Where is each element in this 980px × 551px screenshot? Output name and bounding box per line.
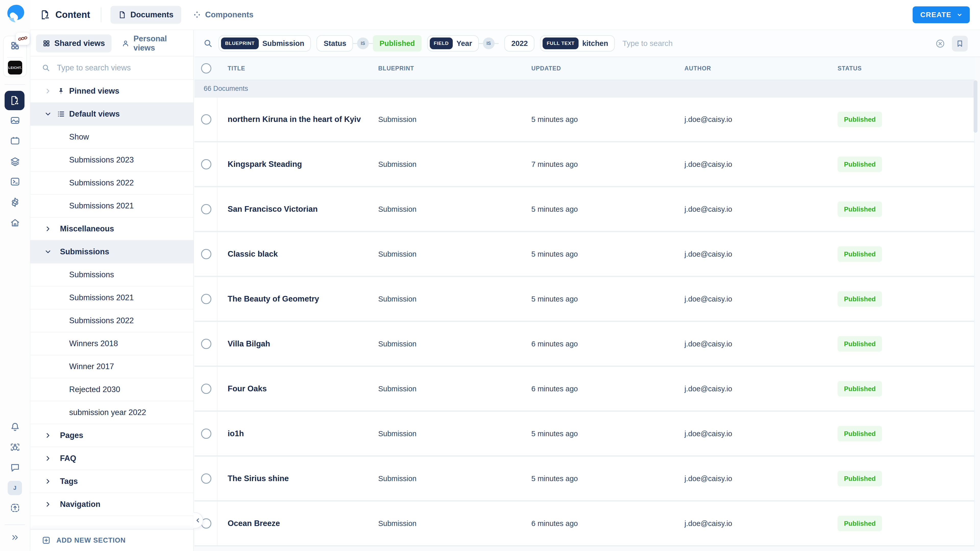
chevron-right-icon[interactable] <box>44 225 52 233</box>
nav-media-icon[interactable] <box>0 115 30 125</box>
scrollbar-thumb[interactable] <box>974 80 977 133</box>
sidebar-item-show[interactable]: Show <box>30 126 193 149</box>
row-checkbox[interactable] <box>201 384 211 394</box>
doc-title[interactable]: San Francisco Victorian <box>228 205 318 214</box>
sidebar-item-submissions-group[interactable]: Submissions <box>30 241 193 264</box>
tab-components[interactable]: Components <box>185 6 261 24</box>
notifications-bell-icon[interactable] <box>0 422 30 432</box>
status-value-published[interactable]: Published <box>373 35 422 52</box>
sidebar-item-submissions[interactable]: Submissions <box>30 264 193 286</box>
organization-badge-icon[interactable] <box>16 33 30 45</box>
caisy-logo[interactable] <box>3 3 25 24</box>
operator-is[interactable]: IS <box>483 38 495 49</box>
column-title[interactable]: TITLE <box>228 65 245 72</box>
table-row[interactable]: Four Oaks Submission 6 minutes ago j.doe… <box>194 367 974 412</box>
sidebar-item-submissions-2021[interactable]: Submissions 2021 <box>30 195 193 218</box>
row-checkbox[interactable] <box>201 339 211 349</box>
table-row[interactable]: The Sirius shine Submission 5 minutes ag… <box>194 457 974 502</box>
row-checkbox[interactable] <box>201 249 211 259</box>
save-view-bookmark-button[interactable] <box>952 36 968 52</box>
chevron-down-icon[interactable] <box>44 248 52 256</box>
create-button[interactable]: CREATE <box>913 6 970 23</box>
doc-author: j.doe@caisy.io <box>684 250 732 258</box>
sidebar-item-tags[interactable]: Tags <box>30 470 193 493</box>
doc-title[interactable]: northern Kiruna in the heart of Kyiv <box>228 115 361 124</box>
doc-title[interactable]: Ocean Breeze <box>228 519 280 528</box>
table-row[interactable]: San Francisco Victorian Submission 5 min… <box>194 187 974 232</box>
sidebar-item-pages[interactable]: Pages <box>30 424 193 447</box>
sidebar-item-submissions-2022-b[interactable]: Submissions 2022 <box>30 310 193 332</box>
doc-title[interactable]: io1h <box>228 429 244 438</box>
sidebar-item-winner-2017[interactable]: Winner 2017 <box>30 355 193 378</box>
sidebar-item-winners-2018[interactable]: Winners 2018 <box>30 332 193 355</box>
doc-title[interactable]: The Sirius shine <box>228 474 289 483</box>
sidebar-item-default-views[interactable]: Default views <box>30 103 193 126</box>
doc-title[interactable]: The Beauty of Geometry <box>228 294 319 303</box>
chevron-right-icon[interactable] <box>44 478 52 485</box>
table-row[interactable]: northern Kiruna in the heart of Kyiv Sub… <box>194 97 974 142</box>
sidebar-item-submissions-2023[interactable]: Submissions 2023 <box>30 149 193 171</box>
nav-blueprints-icon[interactable] <box>0 156 30 166</box>
column-status[interactable]: STATUS <box>838 65 862 72</box>
chevron-right-icon[interactable] <box>44 87 52 95</box>
filter-chip-status[interactable]: Status <box>317 35 353 52</box>
sidebar-item-faq[interactable]: FAQ <box>30 447 193 470</box>
checkbox-cell <box>194 277 218 321</box>
sidebar-item-navigation[interactable]: Navigation <box>30 493 193 516</box>
sidebar-item-submissions-2021-b[interactable]: Submissions 2021 <box>30 286 193 310</box>
row-checkbox[interactable] <box>201 473 211 484</box>
chevron-right-icon[interactable] <box>44 432 52 439</box>
doc-title[interactable]: Kingspark Steading <box>228 160 302 169</box>
filter-chip-field-year[interactable]: FIELD Year <box>427 35 479 52</box>
blueprint-value: Submission <box>262 39 310 48</box>
nav-calendar-icon[interactable] <box>0 136 30 146</box>
user-avatar[interactable]: J <box>8 481 22 495</box>
chevron-right-icon[interactable] <box>44 500 52 508</box>
doc-title[interactable]: Classic black <box>228 249 278 259</box>
chevron-right-icon[interactable] <box>44 454 52 462</box>
tab-personal-views[interactable]: Personal views <box>115 35 193 52</box>
filter-search-placeholder[interactable]: Type to search <box>622 39 673 48</box>
sidebar-item-submission-year-2022[interactable]: submission year 2022 <box>30 401 193 424</box>
column-author[interactable]: AUTHOR <box>684 65 711 72</box>
table-row[interactable]: The Beauty of Geometry Submission 5 minu… <box>194 277 974 322</box>
column-blueprint[interactable]: BLUEPRINT <box>378 65 414 72</box>
filter-chip-fulltext[interactable]: FULL TEXT kitchen <box>540 35 615 52</box>
doc-title[interactable]: Villa Bilgah <box>228 339 270 348</box>
row-checkbox[interactable] <box>201 114 211 124</box>
row-checkbox[interactable] <box>201 429 211 439</box>
nav-settings-icon[interactable] <box>0 197 30 208</box>
views-search[interactable]: Type to search views <box>30 56 193 80</box>
add-new-section-button[interactable]: ADD NEW SECTION <box>30 529 193 551</box>
bug-report-icon[interactable] <box>0 442 30 452</box>
sidebar-item-pinned-views[interactable]: Pinned views <box>30 80 193 103</box>
select-all-checkbox[interactable] <box>201 63 211 73</box>
nav-content-icon[interactable] <box>5 91 24 110</box>
sidebar-item-submissions-2022[interactable]: Submissions 2022 <box>30 171 193 195</box>
expand-rail-icon[interactable] <box>0 533 30 542</box>
table-row[interactable]: io1h Submission 5 minutes ago j.doe@cais… <box>194 412 974 457</box>
chevron-down-icon[interactable] <box>44 110 52 118</box>
filter-chip-year-value[interactable]: 2022 <box>504 35 535 52</box>
workspace-logo[interactable]: LEICHT. <box>8 61 22 75</box>
filter-chip-blueprint[interactable]: BLUEPRINT Submission <box>218 35 311 52</box>
table-row[interactable]: Kingspark Steading Submission 7 minutes … <box>194 142 974 187</box>
table-row[interactable]: Villa Bilgah Submission 6 minutes ago j.… <box>194 322 974 367</box>
tab-shared-views[interactable]: Shared views <box>36 35 111 52</box>
feedback-chat-icon[interactable] <box>0 462 30 472</box>
export-icon[interactable] <box>0 503 30 513</box>
doc-title[interactable]: Four Oaks <box>228 384 267 393</box>
row-checkbox[interactable] <box>201 294 211 304</box>
clear-filters-icon[interactable] <box>935 38 945 49</box>
operator-is[interactable]: IS <box>357 38 369 49</box>
sidebar-item-rejected-2030[interactable]: Rejected 2030 <box>30 378 193 401</box>
row-checkbox[interactable] <box>201 204 211 214</box>
row-checkbox[interactable] <box>201 159 211 169</box>
sidebar-item-miscellaneous[interactable]: Miscellaneous <box>30 218 193 241</box>
nav-terminal-icon[interactable] <box>0 176 30 187</box>
table-row[interactable]: Ocean Breeze Submission 6 minutes ago j.… <box>194 502 974 546</box>
tab-documents[interactable]: Documents <box>110 6 181 24</box>
table-row[interactable]: Classic black Submission 5 minutes ago j… <box>194 232 974 277</box>
column-updated[interactable]: UPDATED <box>531 65 561 72</box>
nav-home-icon[interactable] <box>0 218 30 228</box>
